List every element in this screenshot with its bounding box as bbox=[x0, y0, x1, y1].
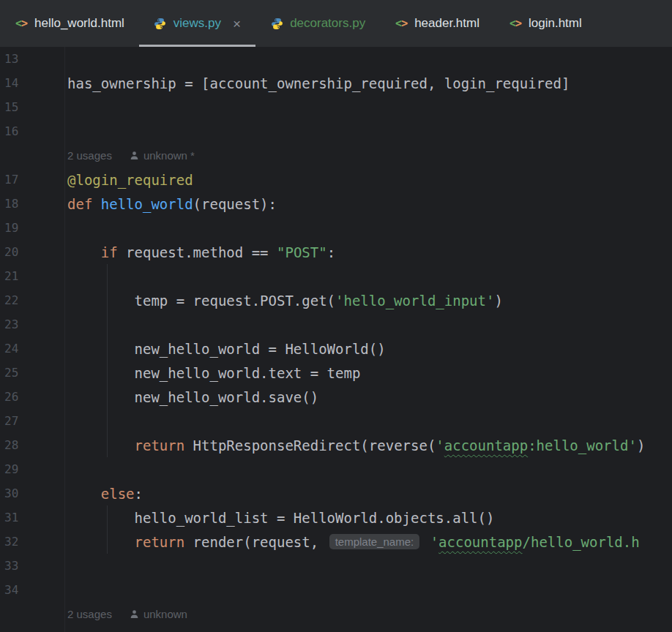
code-author[interactable]: unknown * bbox=[130, 149, 195, 162]
code-line[interactable]: 23 bbox=[0, 312, 672, 336]
line-number[interactable]: 19 bbox=[0, 221, 64, 235]
tab-hello_world.html[interactable]: <>hello_world.html bbox=[0, 0, 139, 47]
line-number[interactable]: 17 bbox=[0, 173, 64, 187]
line-number[interactable]: 16 bbox=[0, 124, 64, 138]
line-number[interactable]: 28 bbox=[0, 438, 64, 452]
token-keyword: if bbox=[101, 244, 126, 260]
token-keyword: return bbox=[135, 437, 193, 454]
line-number[interactable]: 30 bbox=[0, 486, 64, 500]
token-string_underline: accountapp bbox=[438, 534, 522, 550]
tab-views.py[interactable]: views.py× bbox=[139, 0, 255, 47]
indent-guide bbox=[107, 505, 108, 554]
code-line[interactable]: 27 bbox=[0, 409, 672, 433]
usages-hint[interactable]: 2 usagesunknown bbox=[64, 608, 187, 620]
token-default bbox=[67, 437, 135, 454]
token-keyword: return bbox=[135, 534, 193, 550]
tab-header.html[interactable]: <>header.html bbox=[380, 0, 494, 47]
code-line[interactable]: 33 bbox=[0, 554, 672, 578]
line-number[interactable]: 34 bbox=[0, 583, 64, 597]
line-number[interactable]: 13 bbox=[0, 52, 64, 66]
token-default: : bbox=[327, 244, 335, 260]
author-icon bbox=[130, 151, 139, 160]
line-number[interactable]: 26 bbox=[0, 390, 64, 404]
code-text: hello_world_list = HelloWorld.objects.al… bbox=[64, 510, 494, 526]
code-line[interactable]: 30 else: bbox=[0, 481, 672, 505]
python-file-icon bbox=[154, 17, 167, 30]
line-number[interactable]: 21 bbox=[0, 269, 64, 283]
token-default: ) bbox=[637, 437, 645, 454]
code-line[interactable]: 19 bbox=[0, 216, 672, 240]
code-line[interactable]: 25 new_hello_world.text = temp bbox=[0, 361, 672, 385]
line-number[interactable]: 14 bbox=[0, 76, 64, 90]
code-line[interactable]: 14has_ownership = [account_ownership_req… bbox=[0, 71, 672, 95]
code-line[interactable]: 31 hello_world_list = HelloWorld.objects… bbox=[0, 505, 672, 530]
code-line[interactable]: 29 bbox=[0, 457, 672, 481]
code-line[interactable]: 26 new_hello_world.save() bbox=[0, 385, 672, 409]
usages-hint[interactable]: 2 usagesunknown * bbox=[64, 149, 195, 162]
usages-hint-row: 2 usagesunknown bbox=[0, 602, 672, 626]
code-line[interactable]: 20 if request.method == "POST": bbox=[0, 240, 672, 264]
token-string_underline: accountapp bbox=[444, 437, 528, 454]
code-text: return render(request, template_name: 'a… bbox=[64, 534, 640, 550]
html-file-icon: <> bbox=[509, 17, 522, 30]
token-string: 'hello_world_input' bbox=[335, 293, 494, 309]
code-line[interactable]: 32 return render(request, template_name:… bbox=[0, 530, 672, 554]
line-number[interactable]: 18 bbox=[0, 197, 64, 211]
html-file-icon: <> bbox=[15, 17, 28, 30]
ide-window: <>hello_world.htmlviews.py×decorators.py… bbox=[0, 0, 672, 632]
code-text: new_hello_world.text = temp bbox=[64, 365, 360, 381]
usages-count[interactable]: 2 usages bbox=[67, 149, 112, 162]
tab-label: views.py bbox=[173, 16, 221, 31]
token-default bbox=[67, 244, 101, 260]
indent-guide bbox=[107, 264, 108, 457]
token-string: ' bbox=[436, 437, 444, 454]
line-number[interactable]: 23 bbox=[0, 317, 64, 331]
code-line[interactable]: 18def hello_world(request): bbox=[0, 192, 672, 216]
code-editor[interactable]: 1314has_ownership = [account_ownership_r… bbox=[0, 47, 672, 626]
usages-count[interactable]: 2 usages bbox=[67, 608, 112, 620]
code-line[interactable]: 21 bbox=[0, 264, 672, 288]
code-text: new_hello_world.save() bbox=[64, 389, 318, 405]
code-author[interactable]: unknown bbox=[130, 608, 187, 620]
line-number[interactable]: 15 bbox=[0, 100, 64, 114]
code-line[interactable]: 24 new_hello_world = HelloWorld() bbox=[0, 336, 672, 361]
token-string: /hello_world.h bbox=[523, 534, 640, 550]
line-number[interactable]: 22 bbox=[0, 293, 64, 307]
token-default: render(request, bbox=[193, 534, 327, 550]
line-number[interactable]: 32 bbox=[0, 535, 64, 549]
code-line[interactable]: 22 temp = request.POST.get('hello_world_… bbox=[0, 288, 672, 312]
token-string: "POST" bbox=[277, 244, 327, 260]
usages-hint-row: 2 usagesunknown * bbox=[0, 143, 672, 168]
line-number[interactable]: 29 bbox=[0, 462, 64, 476]
tab-login.html[interactable]: <>login.html bbox=[494, 0, 597, 47]
line-number[interactable]: 33 bbox=[0, 559, 64, 573]
token-default: : bbox=[135, 486, 143, 502]
code-line[interactable]: 28 return HttpResponseRedirect(reverse('… bbox=[0, 433, 672, 457]
token-string: :hello_world' bbox=[528, 437, 637, 454]
close-icon[interactable]: × bbox=[233, 17, 241, 31]
code-line[interactable]: 34 bbox=[0, 578, 672, 602]
token-default: new_hello_world.text = temp bbox=[67, 365, 360, 381]
code-line[interactable]: 13 bbox=[0, 47, 672, 71]
line-number[interactable]: 31 bbox=[0, 511, 64, 524]
token-decorator: @login_required bbox=[67, 172, 193, 188]
token-default: HttpResponseRedirect(reverse( bbox=[193, 437, 436, 454]
code-text: return HttpResponseRedirect(reverse('acc… bbox=[64, 437, 645, 454]
inlay-parameter-hint: template_name: bbox=[329, 534, 420, 549]
tab-decorators.py[interactable]: decorators.py bbox=[255, 0, 380, 47]
line-number[interactable]: 27 bbox=[0, 414, 64, 428]
python-icon bbox=[154, 18, 166, 30]
code-line[interactable]: 16 bbox=[0, 119, 672, 143]
token-default: new_hello_world = HelloWorld() bbox=[67, 341, 386, 357]
token-default bbox=[422, 534, 430, 550]
token-funcname: hello_world bbox=[101, 196, 193, 212]
line-number[interactable]: 24 bbox=[0, 342, 64, 356]
line-number[interactable]: 20 bbox=[0, 245, 64, 259]
line-number[interactable]: 25 bbox=[0, 366, 64, 380]
editor-tab-bar: <>hello_world.htmlviews.py×decorators.py… bbox=[0, 0, 672, 47]
author-name: unknown * bbox=[143, 149, 195, 162]
token-default bbox=[67, 534, 135, 550]
code-line[interactable]: 15 bbox=[0, 95, 672, 119]
python-file-icon bbox=[270, 17, 283, 30]
code-line[interactable]: 17@login_required bbox=[0, 168, 672, 192]
